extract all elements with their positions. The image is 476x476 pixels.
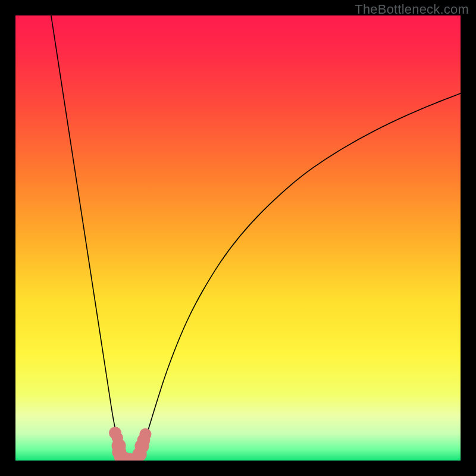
attribution-text: TheBottleneck.com [355, 2, 469, 17]
plot-area [15, 15, 461, 461]
bottleneck-curve-chart [15, 15, 461, 461]
chart-frame: TheBottleneck.com [0, 0, 476, 476]
trough-marker [139, 428, 151, 440]
